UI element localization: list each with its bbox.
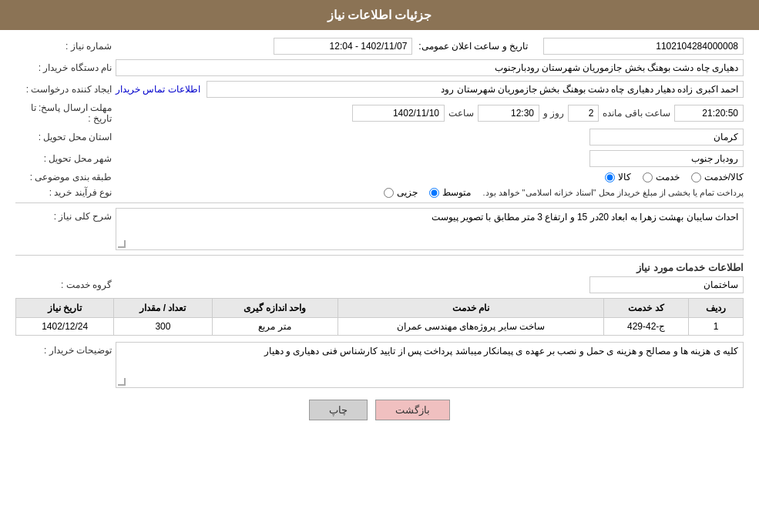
category-label-both: کالا/خدمت (704, 172, 744, 182)
category-radio-group: کالا خدمت کالا/خدمت (605, 172, 744, 182)
process-note: پرداخت تمام یا بخشی از مبلغ خریداز محل "… (482, 188, 744, 198)
category-option-kala: کالا (605, 172, 631, 182)
table-row: 1 ج-42-429 ساخت سایر پروژه‌های مهندسی عم… (16, 318, 744, 336)
page-title: جزئیات اطلاعات نیاز (327, 8, 432, 22)
col-header-radif: ردیف (688, 299, 743, 318)
col-header-code: کد خدمت (604, 299, 689, 318)
contact-link[interactable]: اطلاعات تماس خریدار (116, 84, 200, 95)
service-table: ردیف کد خدمت نام خدمت واحد اندازه گیری ت… (15, 298, 744, 336)
cell-radif: 1 (688, 318, 743, 336)
process-value-cell: جزیی متوسط پرداخت تمام یا بخشی از مبلغ خ… (116, 187, 744, 198)
deadline-date: 1402/11/10 (352, 105, 445, 122)
city-value-cell: رودبار جنوب (116, 150, 744, 167)
creator-value-cell: احمد اکبری زاده دهیار دهیاری چاه دشت بوه… (116, 81, 744, 98)
cell-unit: متر مربع (212, 318, 338, 336)
buyer-desc-value: کلیه ی هزینه ها و مصالح و هزینه ی حمل و … (264, 346, 738, 356)
city-label: شهر محل تحویل : (15, 153, 116, 164)
need-desc-label: شرح کلی نیاز : (15, 208, 116, 222)
process-radio-motevaset[interactable] (429, 188, 439, 198)
col-header-count: تعداد / مقدار (114, 299, 212, 318)
button-row: بازگشت چاپ (15, 400, 744, 420)
buyer-desc-value-cell: کلیه ی هزینه ها و مصالح و هزینه ی حمل و … (116, 342, 744, 388)
col-header-date: تاریخ نیاز (16, 299, 114, 318)
buyer-org-label: نام دستگاه خریدار : (15, 62, 116, 73)
creator-label: ایجاد کننده درخواست : (15, 84, 116, 95)
page-wrapper: جزئیات اطلاعات نیاز شماره نیاز : 1102104… (0, 0, 759, 532)
cell-count: 300 (114, 318, 212, 336)
deadline-label: مهلت ارسال پاسخ: تا تاریخ : (15, 102, 116, 124)
need-number-value: 1102104284000008 (543, 38, 744, 55)
page-header: جزئیات اطلاعات نیاز (0, 0, 759, 30)
need-desc-value: احداث سایبان بهشت زهرا به ابعاد 20در 15 … (432, 212, 738, 223)
need-desc-wrapper: احداث سایبان بهشت زهرا به ابعاد 20در 15 … (116, 208, 744, 250)
category-radio-kala[interactable] (605, 172, 615, 182)
buyer-desc-wrapper: کلیه ی هزینه ها و مصالح و هزینه ی حمل و … (116, 342, 744, 388)
category-label-khadamat: خدمت (656, 172, 680, 182)
buyer-org-row: نام دستگاه خریدار : دهیاری چاه دشت بوهنگ… (15, 59, 744, 76)
deadline-days: 2 (568, 105, 599, 122)
buyer-org-value: دهیاری چاه دشت بوهنگ بخش جازموریان شهرست… (116, 59, 744, 76)
deadline-time: 12:30 (478, 105, 539, 122)
province-value-cell: کرمان (116, 129, 744, 146)
buyer-org-value-cell: دهیاری چاه دشت بوهنگ بخش جازموریان شهرست… (116, 59, 744, 76)
deadline-time-label: ساعت (448, 108, 474, 119)
city-row: شهر محل تحویل : رودبار جنوب (15, 150, 744, 167)
process-option-motevaset: متوسط (429, 187, 471, 198)
category-radio-khadamat[interactable] (643, 172, 653, 182)
process-label-motevaset: متوسط (442, 187, 471, 198)
deadline-remaining: 21:20:50 (674, 105, 744, 122)
need-number-value-cell: 1102104284000008 تاریخ و ساعت اعلان عموم… (116, 38, 744, 55)
buyer-desc-row: توضیحات خریدار : کلیه ی هزینه ها و مصالح… (15, 342, 744, 388)
deadline-remaining-label: ساعت باقی مانده (603, 108, 670, 119)
need-number-label: شماره نیاز : (15, 41, 116, 52)
category-option-khadamat: خدمت (643, 172, 680, 182)
divider-1 (15, 202, 744, 203)
category-value-cell: کالا خدمت کالا/خدمت (116, 172, 744, 182)
print-button[interactable]: چاپ (309, 400, 368, 420)
resize-handle-2 (118, 378, 126, 386)
divider-2 (15, 255, 744, 256)
province-value: کرمان (589, 129, 744, 146)
service-info-title: اطلاعات خدمات مورد نیاز (15, 262, 744, 273)
need-desc-row: شرح کلی نیاز : احداث سایبان بهشت زهرا به… (15, 208, 744, 250)
deadline-row: مهلت ارسال پاسخ: تا تاریخ : 1402/11/10 س… (15, 102, 744, 124)
resize-handle (118, 240, 126, 248)
creator-row: ایجاد کننده درخواست : احمد اکبری زاده ده… (15, 81, 744, 98)
category-label-kala: کالا (618, 172, 631, 182)
service-group-row: گروه خدمت : ساختمان (15, 276, 744, 293)
city-value: رودبار جنوب (589, 150, 744, 167)
process-label: نوع فرآیند خرید : (15, 187, 116, 198)
announce-label: تاریخ و ساعت اعلان عمومی: (418, 41, 528, 52)
category-radio-both[interactable] (691, 172, 701, 182)
province-row: استان محل تحویل : کرمان (15, 129, 744, 146)
process-options-group: جزیی متوسط پرداخت تمام یا بخشی از مبلغ خ… (384, 187, 744, 198)
service-group-value-cell: ساختمان (116, 276, 744, 293)
deadline-days-label: روز و (543, 108, 564, 119)
service-group-label: گروه خدمت : (15, 279, 116, 290)
category-label: طبقه بندی موضوعی : (15, 172, 116, 182)
cell-code: ج-42-429 (604, 318, 689, 336)
announce-group: تاریخ و ساعت اعلان عمومی: 1402/11/07 - 1… (274, 38, 528, 55)
content-area: شماره نیاز : 1102104284000008 تاریخ و سا… (0, 30, 759, 440)
creator-value: احمد اکبری زاده دهیار دهیاری چاه دشت بوه… (207, 81, 744, 98)
cell-name: ساخت سایر پروژه‌های مهندسی عمران (338, 318, 604, 336)
process-option-jozi: جزیی (384, 187, 418, 198)
announce-value: 1402/11/07 - 12:04 (274, 38, 412, 55)
back-button[interactable]: بازگشت (375, 400, 450, 420)
buyer-desc-label: توضیحات خریدار : (15, 342, 116, 356)
need-number-row: شماره نیاز : 1102104284000008 تاریخ و سا… (15, 38, 744, 55)
province-label: استان محل تحویل : (15, 132, 116, 142)
category-row: طبقه بندی موضوعی : کالا خدمت کالا/خدمت (15, 172, 744, 182)
table-header-row: ردیف کد خدمت نام خدمت واحد اندازه گیری ت… (16, 299, 744, 318)
deadline-date-row: 1402/11/10 ساعت 12:30 روز و 2 ساعت باقی … (352, 105, 744, 122)
cell-date: 1402/12/24 (16, 318, 114, 336)
category-option-both: کالا/خدمت (691, 172, 744, 182)
process-row: نوع فرآیند خرید : جزیی متوسط پرداخت تمام… (15, 187, 744, 198)
process-radio-jozi[interactable] (384, 188, 394, 198)
need-desc-value-cell: احداث سایبان بهشت زهرا به ابعاد 20در 15 … (116, 208, 744, 250)
service-group-value: ساختمان (589, 276, 744, 293)
col-header-unit: واحد اندازه گیری (212, 299, 338, 318)
process-label-jozi: جزیی (397, 187, 418, 198)
col-header-name: نام خدمت (338, 299, 604, 318)
deadline-value-cell: 1402/11/10 ساعت 12:30 روز و 2 ساعت باقی … (116, 105, 744, 122)
